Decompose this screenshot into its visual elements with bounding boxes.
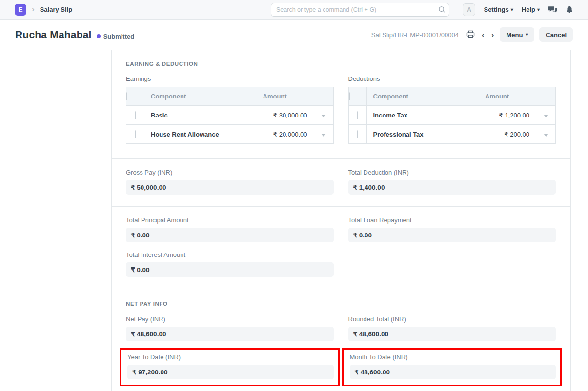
total-principal-field: Total Principal Amount ₹ 0.00 <box>126 216 334 242</box>
help-menu[interactable]: Help ▾ <box>522 6 540 13</box>
section-totals: Gross Pay (INR) ₹ 50,000.00 Total Deduct… <box>112 159 570 207</box>
row-dropdown-icon[interactable] <box>321 134 326 137</box>
select-all-checkbox[interactable] <box>349 92 350 100</box>
document-id: Sal Slip/HR-EMP-00001/00004 <box>371 31 459 39</box>
status-text: Submitted <box>103 33 135 40</box>
app-logo[interactable]: E <box>15 4 26 16</box>
field-label: Year To Date (INR) <box>127 353 334 361</box>
previous-document-button[interactable]: ‹ <box>481 31 486 39</box>
select-row-checkbox[interactable] <box>135 111 136 119</box>
component-cell: Professional Tax <box>366 125 485 144</box>
earnings-table: Component Amount Basic ₹ 30,000.00 <box>126 87 334 144</box>
table-row[interactable]: House Rent Allowance ₹ 20,000.00 <box>126 125 334 144</box>
select-row-checkbox[interactable] <box>357 130 358 138</box>
main-area: EARNING & DEDUCTION Earnings Component A… <box>0 50 588 391</box>
section-net-pay-info: NET PAY INFO Net Pay (INR) ₹ 48,600.00 R… <box>112 289 570 386</box>
print-button[interactable] <box>466 29 476 40</box>
chevron-down-icon: ▾ <box>526 32 528 37</box>
title-group: Rucha Mahabal Submitted <box>15 29 134 40</box>
help-label: Help <box>522 6 535 13</box>
gross-pay-value: ₹ 50,000.00 <box>126 180 334 195</box>
select-row-checkbox[interactable] <box>135 130 136 138</box>
right-gutter <box>571 50 588 391</box>
search-input[interactable] <box>271 3 449 17</box>
table-header-row: Component Amount <box>126 87 334 106</box>
column-header-amount: Amount <box>263 87 314 106</box>
breadcrumb-chevron-icon: › <box>32 5 35 13</box>
deductions-grid: Deductions Component Amount <box>348 67 556 144</box>
notifications-bell-icon[interactable] <box>566 5 573 14</box>
month-to-date-annotation-box: Month To Date (INR) ₹ 48,600.00 <box>342 348 562 386</box>
total-interest-field: Total Interest Amount ₹ 0.00 <box>126 251 334 277</box>
field-label: Total Deduction (INR) <box>348 169 556 176</box>
amount-cell: ₹ 200.00 <box>485 125 536 144</box>
cancel-button[interactable]: Cancel <box>539 27 573 42</box>
total-loan-repayment-value: ₹ 0.00 <box>348 228 556 242</box>
settings-menu[interactable]: Settings ▾ <box>484 6 513 13</box>
amount-cell: ₹ 20,000.00 <box>263 125 314 144</box>
deductions-label: Deductions <box>348 75 556 82</box>
salary-slip-form: EARNING & DEDUCTION Earnings Component A… <box>111 50 571 391</box>
component-cell: Income Tax <box>366 106 485 125</box>
component-cell: House Rent Allowance <box>144 125 263 144</box>
menu-button[interactable]: Menu ▾ <box>500 27 534 42</box>
total-deduction-value: ₹ 1,400.00 <box>348 180 556 195</box>
month-to-date-value: ₹ 48,600.00 <box>350 365 556 379</box>
section-heading: NET PAY INFO <box>126 301 556 307</box>
row-dropdown-icon[interactable] <box>544 115 548 117</box>
select-all-checkbox[interactable] <box>126 92 127 100</box>
year-to-date-value: ₹ 97,200.00 <box>127 365 334 379</box>
year-to-date-annotation-box: Year To Date (INR) ₹ 97,200.00 <box>120 348 340 386</box>
user-avatar[interactable]: A <box>463 3 475 16</box>
printer-icon <box>466 30 475 39</box>
section-loan: Total Principal Amount ₹ 0.00 Total Loan… <box>112 207 570 289</box>
navbar-right: A Settings ▾ Help ▾ <box>463 3 573 16</box>
field-label: Rounded Total (INR) <box>348 315 556 323</box>
column-header-component: Component <box>366 87 485 106</box>
rounded-total-field: Rounded Total (INR) ₹ 48,600.00 <box>348 315 556 341</box>
gross-pay-field: Gross Pay (INR) ₹ 50,000.00 <box>126 169 334 195</box>
field-label: Month To Date (INR) <box>350 353 556 361</box>
deductions-table: Component Amount Income Tax ₹ 1,200.00 <box>348 87 556 144</box>
field-label: Total Interest Amount <box>126 251 334 258</box>
section-earning-deduction: EARNING & DEDUCTION Earnings Component A… <box>112 50 570 159</box>
next-document-button[interactable]: › <box>490 31 495 39</box>
rounded-total-value: ₹ 48,600.00 <box>348 327 556 341</box>
select-row-checkbox[interactable] <box>357 111 358 119</box>
earnings-label: Earnings <box>126 75 334 82</box>
breadcrumb[interactable]: Salary Slip <box>40 6 72 13</box>
page-head: Rucha Mahabal Submitted Sal Slip/HR-EMP-… <box>0 20 588 50</box>
section-heading: EARNING & DEDUCTION <box>126 61 556 67</box>
left-gutter <box>0 50 111 391</box>
row-dropdown-icon[interactable] <box>321 115 326 117</box>
row-dropdown-icon[interactable] <box>544 134 548 137</box>
field-label: Total Loan Repayment <box>348 216 556 224</box>
total-interest-value: ₹ 0.00 <box>126 262 334 277</box>
search-icon <box>438 6 446 15</box>
total-loan-repayment-field: Total Loan Repayment ₹ 0.00 <box>348 216 556 242</box>
chat-icon[interactable] <box>548 5 557 14</box>
table-row[interactable]: Basic ₹ 30,000.00 <box>126 106 334 125</box>
year-to-date-field: Year To Date (INR) ₹ 97,200.00 <box>127 353 334 379</box>
amount-cell: ₹ 1,200.00 <box>485 106 536 125</box>
global-search <box>271 3 449 17</box>
table-row[interactable]: Professional Tax ₹ 200.00 <box>348 125 556 144</box>
component-cell: Basic <box>144 106 263 125</box>
field-label: Total Principal Amount <box>126 216 334 224</box>
chevron-down-icon: ▾ <box>511 7 513 12</box>
column-header-component: Component <box>144 87 263 106</box>
top-navbar: E › Salary Slip A Settings ▾ Help ▾ <box>0 0 588 20</box>
chevron-down-icon: ▾ <box>537 7 540 12</box>
net-pay-value: ₹ 48,600.00 <box>126 327 334 341</box>
settings-label: Settings <box>484 6 508 13</box>
earnings-grid: Earnings Component Amount <box>126 67 334 144</box>
table-row[interactable]: Income Tax ₹ 1,200.00 <box>348 106 556 125</box>
field-label: Gross Pay (INR) <box>126 169 334 176</box>
total-principal-value: ₹ 0.00 <box>126 228 334 242</box>
net-pay-field: Net Pay (INR) ₹ 48,600.00 <box>126 315 334 341</box>
column-header-amount: Amount <box>485 87 536 106</box>
status-dot-icon <box>97 34 101 38</box>
status-badge: Submitted <box>97 33 135 40</box>
total-deduction-field: Total Deduction (INR) ₹ 1,400.00 <box>348 169 556 195</box>
page-title: Rucha Mahabal <box>15 29 92 40</box>
